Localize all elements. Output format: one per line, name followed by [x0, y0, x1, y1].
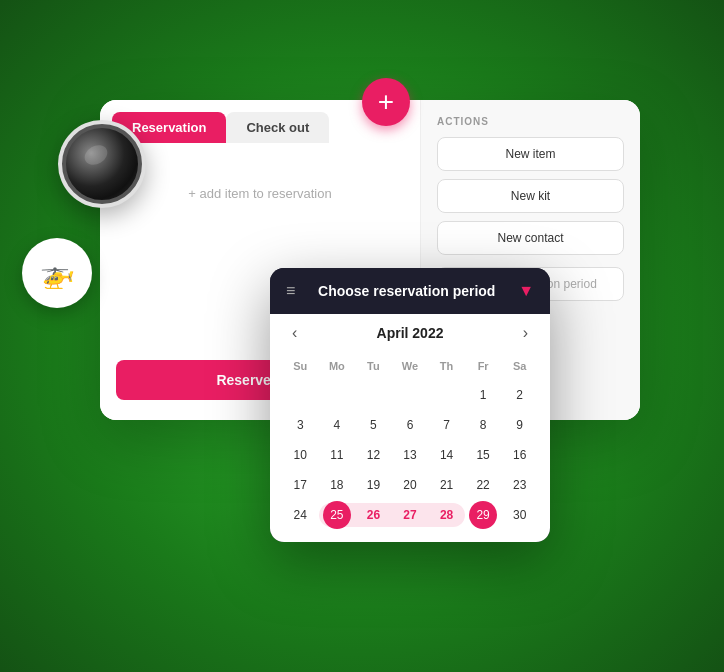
plus-button[interactable]: +: [362, 78, 410, 126]
cal-cell-25[interactable]: 25: [323, 501, 351, 529]
day-fr: Fr: [465, 356, 502, 376]
actions-label: ACTIONS: [437, 116, 624, 127]
camera-image: [58, 120, 146, 208]
drone-image: 🚁: [22, 238, 92, 308]
cal-cell-10[interactable]: 10: [286, 441, 314, 469]
day-mo: Mo: [319, 356, 356, 376]
month-year: April 2022: [377, 325, 444, 341]
cal-cell-16[interactable]: 16: [506, 441, 534, 469]
cal-cell-19[interactable]: 19: [359, 471, 387, 499]
cal-cell-1[interactable]: 1: [469, 381, 497, 409]
plus-icon: +: [378, 88, 394, 116]
cal-cell[interactable]: [323, 381, 351, 409]
drone-icon: 🚁: [40, 257, 75, 290]
cal-cell-29[interactable]: 29: [469, 501, 497, 529]
add-item-text: + add item to reservation: [188, 186, 331, 201]
cal-cell-20[interactable]: 20: [396, 471, 424, 499]
cal-cell-13[interactable]: 13: [396, 441, 424, 469]
new-item-button[interactable]: New item: [437, 137, 624, 171]
next-month-button[interactable]: ›: [517, 322, 534, 344]
cal-cell-21[interactable]: 21: [433, 471, 461, 499]
cal-cell-14[interactable]: 14: [433, 441, 461, 469]
day-sa: Sa: [501, 356, 538, 376]
menu-icon[interactable]: ≡: [286, 282, 295, 300]
cal-cell[interactable]: [396, 381, 424, 409]
day-tu: Tu: [355, 356, 392, 376]
calendar-grid: Su Mo Tu We Th Fr Sa 1 2 3 4: [270, 352, 550, 542]
cal-cell[interactable]: [359, 381, 387, 409]
cal-cell-8[interactable]: 8: [469, 411, 497, 439]
cal-cell-12[interactable]: 12: [359, 441, 387, 469]
scene: Reservation Check out + add item to rese…: [0, 0, 724, 672]
day-th: Th: [428, 356, 465, 376]
day-su: Su: [282, 356, 319, 376]
cal-cell-3[interactable]: 3: [286, 411, 314, 439]
cal-cell-22[interactable]: 22: [469, 471, 497, 499]
filter-icon[interactable]: ▼: [518, 282, 534, 300]
cal-cell-15[interactable]: 15: [469, 441, 497, 469]
cal-cell-9[interactable]: 9: [506, 411, 534, 439]
cal-cell-30[interactable]: 30: [506, 501, 534, 529]
cal-cell-24[interactable]: 24: [286, 501, 314, 529]
week-4: 17 18 19 20 21 22 23: [282, 470, 538, 500]
cal-cell-4[interactable]: 4: [323, 411, 351, 439]
week-2: 3 4 5 6 7 8 9: [282, 410, 538, 440]
prev-month-button[interactable]: ‹: [286, 322, 303, 344]
calendar-title: Choose reservation period: [318, 283, 495, 299]
new-contact-button[interactable]: New contact: [437, 221, 624, 255]
camera-lens-icon: [62, 124, 142, 204]
calendar-popup: ≡ Choose reservation period ▼ ‹ April 20…: [270, 268, 550, 542]
cal-cell[interactable]: [433, 381, 461, 409]
calendar-header: ≡ Choose reservation period ▼: [270, 268, 550, 314]
day-names-row: Su Mo Tu We Th Fr Sa: [282, 352, 538, 380]
cal-cell-5[interactable]: 5: [359, 411, 387, 439]
calendar-nav: ‹ April 2022 ›: [270, 314, 550, 352]
cal-cell-18[interactable]: 18: [323, 471, 351, 499]
day-we: We: [392, 356, 429, 376]
cal-cell-27[interactable]: 27: [396, 501, 424, 529]
cal-cell-6[interactable]: 6: [396, 411, 424, 439]
add-item-area[interactable]: + add item to reservation: [100, 143, 420, 243]
tab-checkout[interactable]: Check out: [226, 112, 329, 143]
cal-cell-11[interactable]: 11: [323, 441, 351, 469]
cal-cell-2[interactable]: 2: [506, 381, 534, 409]
week-1: 1 2: [282, 380, 538, 410]
week-5: 24 25 26 27 28 29 30: [282, 500, 538, 530]
cal-cell-7[interactable]: 7: [433, 411, 461, 439]
new-kit-button[interactable]: New kit: [437, 179, 624, 213]
cal-cell-23[interactable]: 23: [506, 471, 534, 499]
week-3: 10 11 12 13 14 15 16: [282, 440, 538, 470]
cal-cell-17[interactable]: 17: [286, 471, 314, 499]
cal-cell[interactable]: [286, 381, 314, 409]
cal-cell-28[interactable]: 28: [433, 501, 461, 529]
